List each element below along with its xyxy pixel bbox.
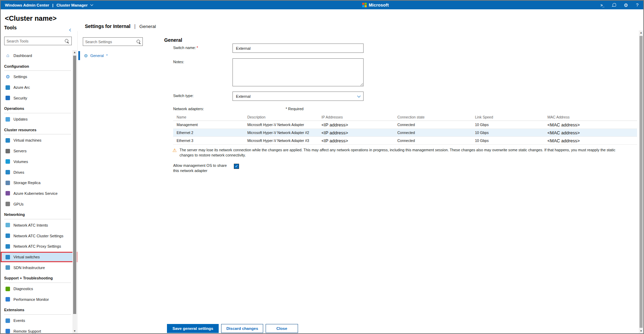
microsoft-brand: Microsoft <box>362 1 389 9</box>
table-cell: Connected <box>397 131 475 135</box>
adapters-table-header: NameDescriptionIP AddressesConnection st… <box>173 113 637 121</box>
sidebar-item-azure-kubernetes-service[interactable]: Azure Kubernetes Service <box>1 188 77 199</box>
sidebar-item-azure-arc[interactable]: Azure Arc <box>1 82 77 93</box>
tools-section-operations: Operations <box>1 103 77 114</box>
sidebar-item-storage-replica[interactable]: Storage Replica <box>1 178 77 188</box>
save-button[interactable]: Save general settings <box>167 324 219 333</box>
network-switch-icon <box>6 233 10 238</box>
sidebar-item-virtual-machines[interactable]: Virtual machines <box>1 135 77 146</box>
sidebar-item-settings[interactable]: ⚙Settings <box>1 71 77 82</box>
sidebar-item-volumes[interactable]: Volumes <box>1 156 77 167</box>
notes-label: Notes: <box>173 60 184 64</box>
table-cell: Management <box>173 123 247 127</box>
sidebar-item-drives[interactable]: Drives <box>1 167 77 178</box>
notifications-bell-icon[interactable] <box>612 3 616 7</box>
table-row-ethernet-2[interactable]: Ethernet 2Microsoft Hyper-V Network Adap… <box>173 129 637 137</box>
sidebar-item-performance-monitor[interactable]: Performance Monitor <box>1 294 77 305</box>
section-label: Extensions <box>4 308 24 312</box>
scroll-up-icon[interactable]: ▲ <box>639 30 643 35</box>
network-switch-icon <box>6 244 10 249</box>
sidebar-item-security[interactable]: Security <box>1 93 77 103</box>
sidebar-item-label: Updates <box>13 117 28 121</box>
sidebar-item-sdn-infrastructure[interactable]: SDN Infrastructure <box>1 262 77 273</box>
table-row-management[interactable]: ManagementMicrosoft Hyper-V Network Adap… <box>173 121 637 129</box>
sidebar-item-label: Azure Arc <box>13 85 30 89</box>
column-header-connection-state[interactable]: Connection state <box>397 115 475 119</box>
tools-section-networking: Networking <box>1 209 77 220</box>
collapse-tools-chevron-icon[interactable] <box>70 26 72 32</box>
table-cell: <MAC address> <box>547 122 637 127</box>
main-scrollbar[interactable]: ▲ ▼ <box>639 30 643 333</box>
switch-name-input[interactable] <box>232 44 364 53</box>
tools-search-input[interactable] <box>4 39 65 43</box>
column-header-mac-address[interactable]: MAC Address <box>547 115 637 119</box>
powershell-terminal-icon[interactable]: >_ <box>601 3 604 7</box>
warning-icon: ⚠ <box>172 147 177 158</box>
discard-button[interactable]: Discard changes <box>221 324 263 333</box>
solution-switcher[interactable]: Cluster Manager <box>57 3 88 7</box>
search-icon[interactable] <box>65 39 69 44</box>
settings-title-separator: | <box>134 23 136 29</box>
azure-arc-icon <box>6 85 10 90</box>
sidebar-item-network-atc-cluster-settings[interactable]: Network ATC Cluster Settings <box>1 230 77 241</box>
sidebar-item-label: Azure Kubernetes Service <box>13 191 58 195</box>
close-button[interactable]: Close <box>266 324 298 333</box>
settings-nav-general[interactable]: ⚙ General * <box>78 51 142 60</box>
scroll-up-icon[interactable]: ▲ <box>72 50 77 55</box>
settings-breadcrumb: Settings for Internal | General <box>85 23 156 29</box>
sidebar-scrollbar[interactable]: ▲ ▼ <box>72 50 77 333</box>
sidebar-item-label: GPUs <box>13 202 23 206</box>
tools-section-configuration: Configuration <box>1 61 77 71</box>
sidebar-item-events[interactable]: Events <box>1 315 77 326</box>
main-scrollbar-thumb[interactable] <box>640 36 643 328</box>
sidebar-item-remote-support[interactable]: Remote Support <box>1 326 77 334</box>
column-header-name[interactable]: Name <box>173 115 247 119</box>
section-label: Networking <box>4 212 25 217</box>
app-title[interactable]: Windows Admin Center <box>5 3 49 7</box>
settings-current-section: General <box>139 24 156 29</box>
network-adapters-label: Network adapters: <box>173 107 204 111</box>
sidebar-scrollbar-thumb[interactable] <box>73 56 76 314</box>
share-checkbox[interactable] <box>234 164 239 169</box>
chevron-down-icon[interactable] <box>90 3 93 6</box>
sidebar-item-diagnostics[interactable]: Diagnostics <box>1 284 77 294</box>
sidebar-item-label: Diagnostics <box>13 287 33 291</box>
gpu-icon <box>6 202 10 206</box>
warning-banner: ⚠ The server may lose its network connec… <box>172 147 619 158</box>
storage-replica-icon <box>6 181 10 185</box>
help-icon[interactable]: ? <box>636 2 638 8</box>
sidebar-item-network-atc-proxy-settings[interactable]: Network ATC Proxy Settings <box>1 241 77 252</box>
sidebar-item-label: Settings <box>13 75 27 79</box>
section-label: Operations <box>4 106 24 111</box>
shield-icon <box>6 96 10 100</box>
search-icon[interactable] <box>136 39 141 44</box>
table-cell: Connected <box>397 123 475 127</box>
table-row-ethernet-3[interactable]: Ethernet 3Microsoft Hyper-V Network Adap… <box>173 137 637 145</box>
sidebar-item-label: Servers <box>13 149 27 153</box>
sidebar-item-dashboard[interactable]: ⌂Dashboard <box>1 50 77 61</box>
cluster-name-title: <Cluster name> <box>5 15 57 22</box>
table-cell: Microsoft Hyper-V Network Adapter #3 <box>247 139 321 143</box>
column-header-link-speed[interactable]: Link Speed <box>475 115 547 119</box>
column-header-ip-addresses[interactable]: IP Addresses <box>321 115 397 119</box>
notes-textarea[interactable] <box>232 58 364 86</box>
column-header-description[interactable]: Description <box>247 115 321 119</box>
drives-icon <box>6 170 10 174</box>
sidebar-divider <box>77 31 78 333</box>
general-section-title: General <box>164 37 182 43</box>
settings-search-input[interactable] <box>83 40 136 44</box>
table-cell: <IP address> <box>321 122 397 127</box>
sidebar-item-network-atc-intents[interactable]: Network ATC Intents <box>1 220 77 231</box>
table-cell: Ethernet 2 <box>173 131 247 135</box>
warning-text: The server may lose its network connecti… <box>180 147 619 158</box>
switch-type-select[interactable]: External <box>232 92 364 101</box>
scroll-down-icon[interactable]: ▼ <box>72 329 77 333</box>
sidebar-item-virtual-switches[interactable]: Virtual switches <box>1 252 77 263</box>
settings-gear-icon[interactable]: ⚙ <box>624 3 628 8</box>
sidebar-item-label: Dashboard <box>13 54 32 58</box>
sidebar-item-updates[interactable]: Updates <box>1 114 77 125</box>
network-intents-icon <box>6 223 10 227</box>
sidebar-item-servers[interactable]: Servers <box>1 146 77 156</box>
sidebar-item-gpus[interactable]: GPUs <box>1 199 77 209</box>
scroll-down-icon[interactable]: ▼ <box>639 329 643 333</box>
